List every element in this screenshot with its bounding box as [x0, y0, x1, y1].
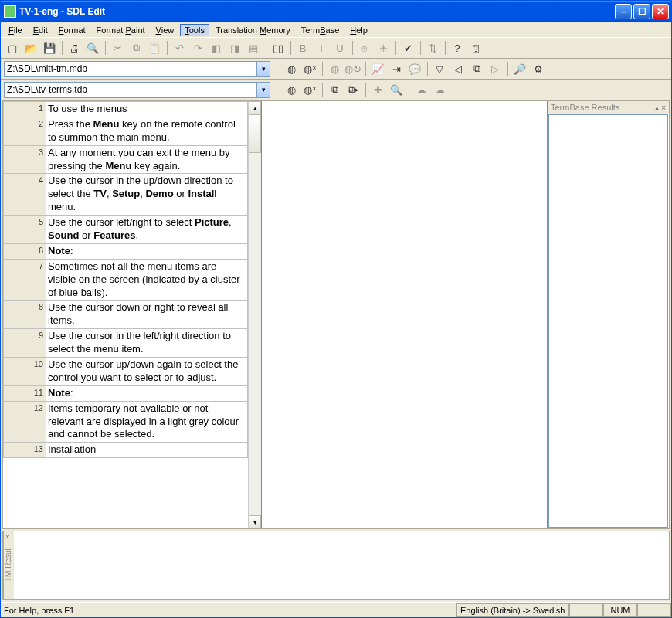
menu-view[interactable]: View	[151, 24, 179, 36]
tm-path-input[interactable]	[5, 62, 256, 76]
table-row[interactable]: 12Items temporary not available or not r…	[4, 401, 248, 443]
dropdown-icon[interactable]: ▾	[256, 83, 270, 97]
menu-tools[interactable]: Tools	[180, 24, 209, 36]
table-row[interactable]: 11Note:	[4, 385, 248, 401]
pin-icon[interactable]: ▴	[655, 104, 659, 112]
tb-copy-icon[interactable]: ⧉	[326, 81, 343, 98]
segment-text[interactable]: Note:	[46, 385, 248, 401]
tb-search-icon[interactable]: 🔍	[388, 81, 405, 98]
table-row[interactable]: 10Use the cursor up/down again to select…	[4, 358, 248, 386]
menu-format-paint[interactable]: Format Paint	[92, 24, 150, 36]
segment-number: 9	[4, 329, 46, 358]
table-row[interactable]: 4Use the cursor in the up/down direction…	[4, 174, 248, 216]
close-button[interactable]: ✕	[652, 4, 669, 19]
table-row[interactable]: 3At any moment you can exit the menu by …	[4, 145, 248, 174]
tm-open-icon[interactable]: ◍	[283, 60, 300, 77]
scrollbar[interactable]: ▴ ▾	[248, 101, 261, 528]
spell-icon[interactable]: ✔	[399, 39, 416, 56]
segment-text[interactable]: Use the cursor left/right to select Pict…	[46, 216, 248, 244]
segment-number: 3	[4, 145, 46, 174]
menu-edit[interactable]: Edit	[29, 24, 53, 36]
scroll-thumb[interactable]	[249, 114, 261, 153]
context-help-icon[interactable]: ⍰	[467, 39, 484, 56]
table-row[interactable]: 5Use the cursor left/right to select Pic…	[4, 216, 248, 244]
mark2-icon: ◨	[226, 39, 243, 56]
open-icon[interactable]: 📂	[22, 39, 39, 56]
segment-text[interactable]: Use the cursor down or right to reveal a…	[46, 301, 248, 329]
table-row[interactable]: 7Sometimes not all the menu items are vi…	[4, 259, 248, 301]
apply-icon[interactable]: ⇥	[388, 60, 405, 77]
segment-number: 12	[4, 401, 46, 443]
target-column[interactable]	[262, 101, 548, 528]
status-empty1	[569, 603, 603, 617]
paste-icon: 📋	[146, 39, 163, 56]
segment-text[interactable]: Sometimes not all the menu items are vis…	[46, 259, 248, 301]
menu-translation-memory[interactable]: Translation Memory	[211, 24, 295, 36]
new-icon[interactable]: ▢	[4, 39, 21, 56]
copy-icon: ⧉	[127, 39, 144, 56]
menu-termbase[interactable]: TermBase	[297, 24, 344, 36]
filter-icon[interactable]: ▽	[431, 60, 448, 77]
tag2-icon: ✳	[375, 39, 392, 56]
tb-close-icon[interactable]: ◍ˣ	[301, 81, 318, 98]
separator	[406, 81, 411, 98]
save-icon[interactable]: 💾	[41, 39, 58, 56]
tb-path-dropdown[interactable]: ▾	[4, 82, 270, 98]
maximize-button[interactable]: ☐	[633, 4, 650, 19]
window-title: TV-1-eng - SDL Edit	[19, 6, 105, 17]
minimize-button[interactable]: –	[615, 4, 632, 19]
segment-text[interactable]: Note:	[46, 243, 248, 259]
status-num: NUM	[603, 603, 637, 617]
tm-results-tab[interactable]: TM Resul ×	[3, 531, 14, 599]
tag1-icon: ⍟	[356, 39, 373, 56]
segment-text[interactable]: Use the cursor in the up/down direction …	[46, 174, 248, 216]
separator	[103, 39, 107, 56]
segment-text[interactable]: Items temporary not available or not rel…	[46, 401, 248, 443]
termbase-results-body	[548, 114, 668, 528]
table-row[interactable]: 9Use the cursor in the left/right direct…	[4, 329, 248, 358]
table-row[interactable]: 1To use the menus	[4, 102, 248, 117]
tm-path-dropdown[interactable]: ▾	[4, 61, 270, 77]
book-icon[interactable]: ▯▯	[270, 39, 287, 56]
search-icon[interactable]: 🔎	[511, 60, 528, 77]
menu-help[interactable]: Help	[345, 24, 372, 36]
analyse-icon[interactable]: 📈	[369, 60, 386, 77]
scroll-down-icon[interactable]: ▾	[249, 515, 261, 528]
separator	[505, 60, 510, 77]
tm-results-label: TM Resul	[4, 549, 12, 582]
segment-text[interactable]: At any moment you can exit the menu by p…	[46, 145, 248, 174]
table-row[interactable]: 8Use the cursor down or right to reveal …	[4, 301, 248, 329]
termbase-panel-header: TermBase Results ▴ ×	[548, 101, 669, 114]
tm-panel-close-icon[interactable]: ×	[4, 533, 12, 541]
segment-text[interactable]: Use the cursor up/down again to select t…	[46, 358, 248, 386]
termbase-panel: TermBase Results ▴ ×	[548, 101, 669, 528]
menu-file[interactable]: File	[4, 24, 27, 36]
tm-close-icon[interactable]: ◍ˣ	[301, 60, 318, 77]
separator	[165, 39, 169, 56]
table-row[interactable]: 2Press the Menu key on the remote contro…	[4, 117, 248, 145]
status-language: English (Britain) -> Swedish	[456, 603, 569, 617]
copy-src-icon[interactable]: ⧉	[468, 60, 485, 77]
separator	[363, 60, 368, 77]
settings-icon[interactable]: ⚙	[530, 60, 547, 77]
table-row[interactable]: 13Installation	[4, 443, 248, 458]
bold-icon: B	[294, 39, 311, 56]
segment-text[interactable]: Press the Menu key on the remote control…	[46, 117, 248, 145]
preview-icon[interactable]: 🔍	[84, 39, 101, 56]
tb-open-icon[interactable]: ◍	[283, 81, 300, 98]
tm-results-body	[14, 531, 669, 599]
segment-text[interactable]: Installation	[46, 443, 248, 458]
help-icon[interactable]: ?	[449, 39, 466, 56]
prev-icon[interactable]: ◁	[450, 60, 467, 77]
table-row[interactable]: 6Note:	[4, 243, 248, 259]
print-icon[interactable]: 🖨	[66, 39, 83, 56]
segment-text[interactable]: To use the menus	[46, 102, 248, 117]
segment-text[interactable]: Use the cursor in the left/right directi…	[46, 329, 248, 358]
scroll-up-icon[interactable]: ▴	[249, 101, 261, 114]
tb-paste-icon[interactable]: ⧉▸	[344, 81, 361, 98]
tb-path-input[interactable]	[5, 83, 256, 97]
menu-format[interactable]: Format	[54, 24, 90, 36]
dropdown-icon[interactable]: ▾	[256, 62, 270, 76]
separator	[59, 39, 64, 56]
panel-close-icon[interactable]: ×	[661, 104, 666, 112]
